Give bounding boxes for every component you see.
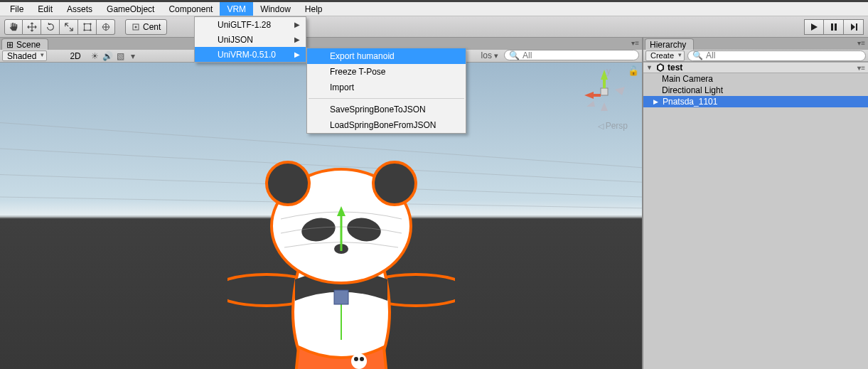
svg-rect-16 <box>594 94 601 97</box>
menu-vrm[interactable]: VRM <box>220 2 253 16</box>
fx-toggle-icon[interactable]: ▧ <box>115 50 126 61</box>
menu-item-label: Freeze T-Pose <box>330 67 385 77</box>
hand-tool-button[interactable] <box>4 19 23 35</box>
hierarchy-toolbar: Create 🔍 All <box>643 50 868 62</box>
audio-toggle-icon[interactable]: 🔊 <box>102 50 113 61</box>
menu-item-label: SaveSpringBoneToJSON <box>330 105 426 114</box>
scale-tool-button[interactable] <box>60 19 78 35</box>
menu-item-load-springbone[interactable]: LoadSpringBoneFromJSON <box>307 117 466 133</box>
pivot-center-label: Cent <box>143 22 161 32</box>
move-tool-button[interactable] <box>23 19 41 35</box>
step-button[interactable] <box>844 19 864 35</box>
expand-triangle-icon[interactable]: ▶ <box>653 98 660 105</box>
play-button[interactable] <box>804 19 824 35</box>
scene-grid-icon: ⊞ <box>6 40 14 50</box>
menu-help[interactable]: Help <box>298 2 330 16</box>
pause-button[interactable] <box>824 19 844 35</box>
hierarchy-tab-options[interactable]: ▾≡ <box>857 39 865 47</box>
menu-file[interactable]: File <box>3 2 31 16</box>
hierarchy-search-placeholder: All <box>706 50 715 60</box>
rect-tool-button[interactable] <box>78 19 97 35</box>
menu-component[interactable]: Component <box>161 2 220 16</box>
svg-rect-10 <box>856 23 857 31</box>
orientation-gizmo[interactable]: y <box>579 67 629 117</box>
fx-dropdown-icon[interactable]: ▾ <box>128 50 139 61</box>
menu-item-label: UniVRM-0.51.0 <box>218 50 276 60</box>
unity-logo-icon <box>655 63 665 73</box>
hierarchy-tabstrip: Hierarchy ▾≡ <box>643 38 868 50</box>
transform-tool-button[interactable] <box>97 19 115 35</box>
menu-item-save-springbone[interactable]: SaveSpringBoneToJSON <box>307 102 466 117</box>
menu-item-unijson[interactable]: UniJSON ▶ <box>195 32 306 47</box>
svg-text:y: y <box>606 67 611 76</box>
scene-tab-options[interactable]: ▾≡ <box>631 39 639 47</box>
gizmos-dropdown[interactable]: los ▾ <box>478 50 501 60</box>
svg-point-29 <box>373 162 416 205</box>
menu-item-univrm[interactable]: UniVRM-0.51.0 ▶ <box>195 47 306 62</box>
menu-item-import[interactable]: Import <box>307 80 466 95</box>
menu-separator <box>309 98 464 99</box>
hierarchy-item-label: Pnatsda_1101 <box>663 97 717 107</box>
svg-point-28 <box>267 162 309 205</box>
svg-rect-9 <box>835 23 837 31</box>
submenu-arrow-icon: ▶ <box>294 50 300 58</box>
vrm-menu: UniGLTF-1.28 ▶ UniJSON ▶ UniVRM-0.51.0 ▶ <box>194 16 306 63</box>
svg-point-3 <box>83 29 85 31</box>
submenu-arrow-icon: ▶ <box>294 36 300 43</box>
svg-marker-15 <box>584 92 594 99</box>
hierarchy-search-input[interactable]: 🔍 All <box>687 50 866 61</box>
hierarchy-tab-label: Hierarchy <box>650 40 686 50</box>
menu-item-label: Export humanoid <box>330 51 395 61</box>
create-dropdown[interactable]: Create <box>645 50 685 61</box>
menu-edit[interactable]: Edit <box>31 2 60 16</box>
rotate-tool-button[interactable] <box>41 19 60 35</box>
hierarchy-tree: ▼ test ▾≡ Main Camera Directional Light … <box>643 62 868 369</box>
toolbar: Cent <box>0 16 868 38</box>
lock-icon[interactable]: 🔓 <box>628 65 639 76</box>
hierarchy-tab[interactable]: Hierarchy <box>645 38 694 50</box>
hierarchy-scene-name: test <box>668 63 682 73</box>
univrm-submenu: Export humanoid Freeze T-Pose Import Sav… <box>306 48 466 134</box>
menu-gameobject[interactable]: GameObject <box>100 2 161 16</box>
mode-2d-toggle[interactable]: 2D <box>65 51 85 61</box>
svg-point-24 <box>360 357 364 361</box>
svg-point-22 <box>351 353 367 369</box>
scene-row-options[interactable]: ▾≡ <box>857 64 865 72</box>
svg-point-23 <box>354 357 358 361</box>
play-controls <box>804 19 864 35</box>
search-icon: 🔍 <box>692 50 703 60</box>
scene-tab-label: Scene <box>16 40 41 50</box>
menu-item-unigltf[interactable]: UniGLTF-1.28 ▶ <box>195 17 306 32</box>
menu-item-freeze-tpose[interactable]: Freeze T-Pose <box>307 64 466 80</box>
hierarchy-item-pnatsda[interactable]: ▶ Pnatsda_1101 <box>643 96 868 107</box>
menu-assets[interactable]: Assets <box>60 2 100 16</box>
lighting-toggle-icon[interactable]: ☀ <box>90 50 100 61</box>
expand-triangle-icon[interactable]: ▼ <box>646 64 653 71</box>
submenu-arrow-icon: ▶ <box>294 21 300 28</box>
svg-rect-8 <box>831 23 833 31</box>
menu-window[interactable]: Window <box>253 2 298 16</box>
persp-label: ◁ Persp <box>598 121 628 131</box>
shading-mode-dropdown[interactable]: Shaded <box>2 50 47 61</box>
svg-marker-19 <box>586 101 595 107</box>
menu-item-export-humanoid[interactable]: Export humanoid <box>307 48 466 64</box>
search-icon: 🔍 <box>509 50 520 60</box>
hierarchy-scene-row[interactable]: ▼ test ▾≡ <box>643 62 868 73</box>
scene-search-input[interactable]: 🔍 All <box>504 50 639 60</box>
scene-model-panda[interactable] <box>227 127 455 369</box>
svg-rect-11 <box>601 88 608 95</box>
hierarchy-item-label: Directional Light <box>662 85 723 95</box>
hierarchy-item-main-camera[interactable]: Main Camera <box>643 73 868 85</box>
pivot-center-button[interactable]: Cent <box>125 19 167 35</box>
scene-tab[interactable]: ⊞ Scene <box>1 38 48 50</box>
svg-point-1 <box>83 23 85 24</box>
hierarchy-item-directional-light[interactable]: Directional Light <box>643 85 868 96</box>
svg-rect-36 <box>334 290 348 304</box>
menu-item-label: LoadSpringBoneFromJSON <box>330 120 436 130</box>
svg-marker-17 <box>615 87 625 95</box>
menu-item-label: UniJSON <box>218 35 253 45</box>
svg-point-7 <box>135 26 137 28</box>
svg-marker-18 <box>601 102 608 111</box>
menu-item-label: Import <box>330 82 354 92</box>
menu-item-label: UniGLTF-1.28 <box>218 20 271 30</box>
